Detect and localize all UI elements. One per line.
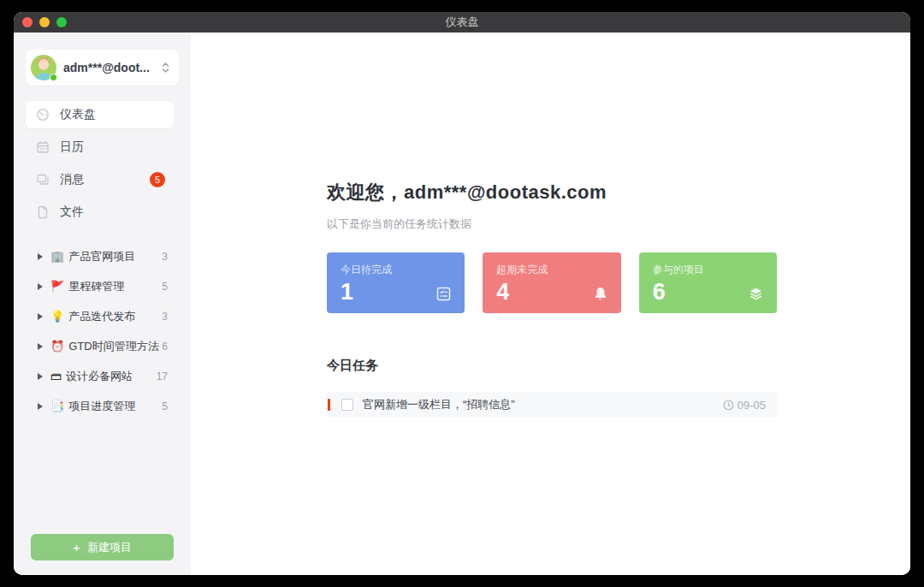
user-account-menu[interactable]: adm***@doot...	[26, 50, 179, 86]
stat-card-today-todo[interactable]: 今日待完成 1	[327, 252, 465, 313]
project-name: 设计必备网站	[66, 369, 157, 384]
stat-value: 6	[653, 279, 763, 305]
online-status-dot	[50, 74, 57, 81]
welcome-heading: 欢迎您，adm***@dootask.com	[327, 180, 777, 205]
task-title: 官网新增一级栏目，“招聘信息”	[363, 397, 723, 412]
sidebar-nav: 仪表盘 日历 消息 5	[14, 101, 191, 226]
project-name: 产品官网项目	[68, 249, 162, 264]
expand-arrow-icon[interactable]	[38, 253, 43, 260]
sidebar-item-label: 仪表盘	[60, 107, 96, 122]
project-task-count: 5	[162, 281, 168, 293]
project-emoji-icon: ⏰	[50, 341, 64, 352]
project-item[interactable]: 🚩 里程碑管理 5	[14, 271, 191, 301]
close-button[interactable]	[22, 17, 33, 27]
plus-icon: +	[73, 541, 80, 554]
expand-arrow-icon[interactable]	[38, 313, 43, 320]
stat-label: 参与的项目	[653, 263, 763, 277]
project-item[interactable]: 📑 项目进度管理 5	[14, 391, 191, 421]
expand-arrow-icon[interactable]	[38, 373, 43, 380]
avatar	[31, 55, 56, 80]
zoom-button[interactable]	[56, 17, 67, 27]
sidebar-item-dashboard[interactable]: 仪表盘	[26, 101, 174, 128]
todo-list-icon	[435, 286, 452, 302]
expand-arrow-icon[interactable]	[38, 283, 43, 290]
dashboard-icon	[36, 108, 50, 122]
project-task-count: 17	[157, 371, 168, 382]
unread-badge: 5	[150, 172, 165, 187]
expand-arrow-icon[interactable]	[38, 403, 43, 410]
new-project-button[interactable]: + 新建项目	[31, 534, 174, 560]
app-window: 仪表盘 adm***@doot...	[14, 12, 910, 575]
clock-icon	[723, 400, 734, 411]
stat-label: 今日待完成	[341, 263, 451, 277]
welcome-subtitle: 以下是你当前的任务统计数据	[327, 216, 777, 232]
calendar-icon	[36, 140, 50, 154]
project-task-count: 3	[162, 251, 168, 263]
stat-card-projects[interactable]: 参与的项目 6	[639, 252, 777, 313]
project-emoji-icon: 🚩	[50, 281, 64, 292]
bell-icon	[592, 286, 608, 302]
project-name: GTD时间管理方法	[68, 339, 162, 354]
stat-card-overdue[interactable]: 超期未完成 4	[483, 252, 620, 313]
sidebar-item-messages[interactable]: 消息 5	[26, 166, 174, 193]
project-item[interactable]: 🏢 产品官网项目 3	[14, 241, 191, 271]
project-name: 里程碑管理	[68, 279, 162, 294]
file-icon	[36, 205, 50, 219]
project-list: 🏢 产品官网项目 3 🚩 里程碑管理 5 💡 产品迭代发布 3	[14, 241, 191, 421]
project-task-count: 6	[162, 341, 168, 353]
window-title: 仪表盘	[446, 15, 479, 30]
project-item[interactable]: 💡 产品迭代发布 3	[14, 301, 191, 331]
titlebar: 仪表盘	[14, 12, 910, 33]
layers-icon	[748, 286, 764, 302]
task-due: 09-05	[723, 399, 766, 412]
task-checkbox[interactable]	[341, 399, 353, 411]
project-name: 产品迭代发布	[68, 309, 162, 324]
project-emoji-icon: 💡	[50, 311, 64, 322]
sidebar-item-calendar[interactable]: 日历	[26, 133, 174, 161]
sidebar-item-label: 日历	[60, 139, 84, 155]
task-priority-bar	[328, 399, 330, 411]
stat-value: 4	[496, 279, 607, 305]
task-row[interactable]: 官网新增一级栏目，“招聘信息” 09-05	[327, 392, 777, 418]
stat-value: 1	[341, 279, 451, 305]
chevron-up-down-icon	[161, 62, 170, 74]
project-name: 项目进度管理	[68, 399, 162, 414]
sidebar-item-label: 文件	[60, 205, 84, 220]
minimize-button[interactable]	[39, 17, 50, 27]
project-item[interactable]: ⏰ GTD时间管理方法 6	[14, 331, 191, 361]
expand-arrow-icon[interactable]	[38, 343, 43, 350]
project-emoji-icon: 📑	[50, 400, 64, 412]
dashboard-main: 欢迎您，adm***@dootask.com 以下是你当前的任务统计数据 今日待…	[191, 33, 910, 575]
user-name: adm***@doot...	[63, 61, 161, 74]
sidebar: adm***@doot... 仪表盘	[14, 33, 191, 575]
message-icon	[36, 173, 50, 187]
stat-label: 超期未完成	[496, 263, 607, 277]
stat-cards: 今日待完成 1 超期未完成 4	[327, 252, 777, 313]
sidebar-item-label: 消息	[60, 172, 84, 187]
new-project-label: 新建项目	[87, 540, 132, 555]
project-emoji-icon: 🗃	[50, 371, 62, 382]
sidebar-item-files[interactable]: 文件	[26, 199, 174, 226]
project-task-count: 3	[162, 311, 168, 323]
window-controls	[22, 12, 67, 33]
project-item[interactable]: 🗃 设计必备网站 17	[14, 361, 191, 391]
task-date-text: 09-05	[737, 399, 766, 412]
project-emoji-icon: 🏢	[50, 251, 64, 262]
project-task-count: 5	[162, 400, 168, 412]
today-tasks-heading: 今日任务	[327, 358, 777, 374]
